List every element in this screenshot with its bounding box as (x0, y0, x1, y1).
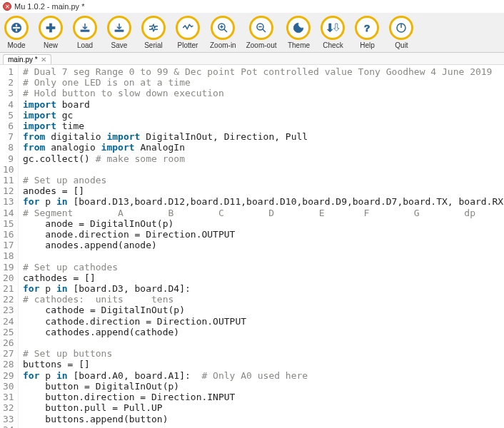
line-number: 23 (3, 305, 14, 315)
line-number: 22 (3, 294, 14, 305)
code-line[interactable]: import board (23, 99, 504, 110)
line-number: 31 (3, 392, 14, 402)
line-number: 24 (3, 316, 14, 327)
check-button[interactable]: Check (321, 16, 345, 49)
line-number: 28 (3, 359, 14, 370)
window-titlebar: ✕ Mu 1.0.2 - main.py * (0, 0, 504, 13)
zoom-in-icon (211, 16, 235, 40)
code-line[interactable]: cathode = DigitalInOut(p) (23, 305, 504, 315)
toolbar-label: Serial (144, 41, 163, 49)
help-icon: ? (355, 16, 379, 40)
code-line[interactable] (23, 250, 504, 261)
line-number: 18 (3, 250, 14, 261)
zoom-out-button[interactable]: Zoom-out (246, 16, 277, 49)
theme-button[interactable]: Theme (286, 16, 311, 49)
line-number: 5 (3, 110, 14, 121)
line-number: 33 (3, 414, 14, 424)
code-line[interactable]: cathode.direction = Direction.OUTPUT (23, 316, 504, 327)
line-number: 9 (3, 153, 14, 164)
mode-icon (4, 16, 29, 40)
svg-rect-2 (13, 27, 21, 29)
tab-main[interactable]: main.py * ✕ (3, 54, 51, 64)
code-line[interactable]: # Set up buttons (23, 348, 504, 359)
line-number: 20 (3, 272, 14, 283)
code-line[interactable]: import time (23, 121, 504, 131)
line-number: 34 (3, 424, 14, 428)
line-number: 4 (3, 99, 14, 110)
code-line[interactable] (23, 164, 504, 175)
serial-icon (141, 16, 166, 40)
line-number: 32 (3, 402, 14, 413)
line-number: 13 (3, 196, 14, 207)
code-line[interactable]: button.pull = Pull.UP (23, 402, 504, 413)
toolbar-label: Load (77, 41, 93, 49)
load-icon (73, 16, 97, 40)
zoom-out-icon (249, 16, 273, 40)
code-line[interactable]: cathodes = [] (23, 272, 504, 283)
line-number: 17 (3, 240, 14, 250)
code-line[interactable]: # Set up anodes (23, 175, 504, 185)
line-number: 14 (3, 208, 14, 218)
code-line[interactable]: import gc (23, 110, 504, 121)
new-button[interactable]: New (39, 16, 63, 49)
code-line[interactable]: anodes.append(anode) (23, 240, 504, 250)
window-title: Mu 1.0.2 - main.py * (14, 2, 84, 11)
toolbar-label: Zoom-in (210, 41, 236, 49)
code-line[interactable]: # Hold button to slow down execution (23, 88, 504, 98)
code-line[interactable]: # cathodes: units tens (23, 294, 504, 305)
svg-rect-4 (46, 27, 55, 29)
line-number: 19 (3, 262, 14, 272)
code-line[interactable]: anode.direction = Direction.OUTPUT (23, 229, 504, 240)
code-line[interactable]: from digitalio import DigitalInOut, Dire… (23, 131, 504, 142)
svg-text:?: ? (364, 23, 370, 34)
svg-rect-5 (81, 30, 89, 31)
line-number: 21 (3, 283, 14, 294)
code-line[interactable]: # Only one LED is on at a time (23, 77, 504, 88)
tab-label: main.py * (8, 56, 38, 63)
code-line[interactable]: # Set up cathodes (23, 262, 504, 272)
quit-button[interactable]: Quit (389, 16, 413, 49)
code-line[interactable] (23, 337, 504, 348)
toolbar-label: Check (323, 41, 343, 49)
line-number: 16 (3, 229, 14, 240)
line-number: 26 (3, 337, 14, 348)
toolbar-label: Help (360, 41, 375, 49)
line-number: 2 (3, 77, 14, 88)
svg-line-8 (224, 29, 228, 33)
code-line[interactable]: button.direction = Direction.INPUT (23, 392, 504, 402)
code-line[interactable]: for p in [board.A0, board.A1]: # Only A0… (23, 370, 504, 381)
code-line[interactable]: button = DigitalInOut(p) (23, 381, 504, 392)
code-line[interactable]: gc.collect() # make some room (23, 153, 504, 164)
plotter-button[interactable]: Plotter (176, 16, 200, 49)
code-line[interactable]: buttons.append(button) (23, 414, 504, 424)
code-line[interactable] (23, 424, 504, 428)
app-icon: ✕ (3, 2, 11, 11)
line-number: 6 (3, 121, 14, 131)
toolbar-label: New (44, 41, 58, 49)
code-line[interactable]: for p in [board.D3, board.D4]: (23, 283, 504, 294)
serial-button[interactable]: Serial (141, 16, 166, 49)
tab-strip: main.py * ✕ (0, 53, 504, 65)
new-icon (39, 16, 63, 40)
code-line[interactable]: anode = DigitalInOut(p) (23, 218, 504, 229)
code-line[interactable]: from analogio import AnalogIn (23, 142, 504, 153)
code-line[interactable]: cathodes.append(cathode) (23, 327, 504, 337)
line-number: 7 (3, 131, 14, 142)
mode-button[interactable]: Mode (4, 16, 29, 49)
line-number: 29 (3, 370, 14, 381)
help-button[interactable]: ?Help (355, 16, 379, 49)
code-line[interactable]: buttons = [] (23, 359, 504, 370)
load-button[interactable]: Load (73, 16, 97, 49)
code-line[interactable]: # Dual 7 seg Range 0 to 99 & Dec point P… (23, 66, 504, 77)
code-line[interactable]: # Segment A B C D E F G dp (23, 208, 504, 218)
code-line[interactable]: for p in [board.D13,board.D12,board.D11,… (23, 196, 504, 207)
code-editor[interactable]: 1234567891011121314151617181920212223242… (0, 65, 504, 428)
check-icon (321, 16, 345, 40)
close-icon[interactable]: ✕ (41, 56, 46, 63)
line-number: 11 (3, 175, 14, 185)
code-line[interactable]: anodes = [] (23, 185, 504, 196)
zoom-in-button[interactable]: Zoom-in (210, 16, 236, 49)
code-area[interactable]: # Dual 7 seg Range 0 to 99 & Dec point P… (19, 65, 504, 428)
svg-line-12 (263, 29, 266, 33)
save-button[interactable]: Save (107, 16, 131, 49)
